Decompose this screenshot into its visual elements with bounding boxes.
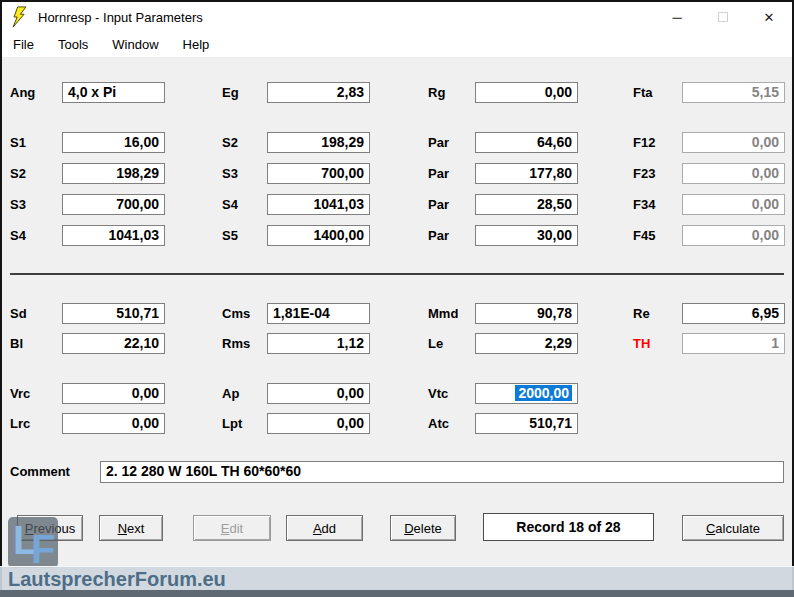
param-field-le[interactable]: 2,29 [475, 333, 578, 354]
param-field-s1[interactable]: 16,00 [62, 132, 165, 153]
param-field-s3-1[interactable]: 700,00 [62, 194, 165, 215]
window-title: Hornresp - Input Parameters [38, 10, 203, 25]
param-label-ang: Ang [10, 82, 35, 103]
param-field-ang[interactable]: 4,0 x Pi [62, 82, 165, 103]
watermark-bar: LautsprecherForum.eu [0, 566, 794, 590]
param-field-bl[interactable]: 22,10 [62, 333, 165, 354]
section-divider [10, 273, 784, 275]
param-label-s1: S1 [10, 132, 26, 153]
param-field-par-2[interactable]: 177,80 [475, 163, 578, 184]
add-button[interactable]: Add [286, 515, 363, 541]
record-counter: Record 18 of 28 [483, 513, 654, 541]
param-label-par-1: Par [428, 132, 449, 153]
menubar: File Tools Window Help [2, 32, 792, 58]
param-row: Bl 22,10 Rms 1,12 Le 2,29 TH 1 [0, 333, 794, 354]
param-field-fta: 5,15 [682, 82, 785, 103]
param-field-ap[interactable]: 0,00 [267, 383, 370, 404]
param-label-f23: F23 [633, 163, 655, 184]
param-field-rg[interactable]: 0,00 [475, 82, 578, 103]
param-label-par-3: Par [428, 194, 449, 215]
param-label-par-2: Par [428, 163, 449, 184]
param-field-mmd[interactable]: 90,78 [475, 303, 578, 324]
menu-help[interactable]: Help [183, 37, 210, 52]
param-field-s5[interactable]: 1400,00 [267, 225, 370, 246]
param-row: S2 198,29 S3 700,00 Par 177,80 F23 0,00 [0, 163, 794, 184]
param-field-eg[interactable]: 2,83 [267, 82, 370, 103]
param-row: S1 16,00 S2 198,29 Par 64,60 F12 0,00 [0, 132, 794, 153]
param-label-eg: Eg [222, 82, 239, 103]
minimize-icon: ─ [672, 10, 681, 25]
maximize-button[interactable] [700, 2, 746, 32]
menu-window[interactable]: Window [112, 37, 158, 52]
param-field-lrc[interactable]: 0,00 [62, 413, 165, 434]
param-label-rms: Rms [222, 333, 250, 354]
menu-tools[interactable]: Tools [58, 37, 88, 52]
param-label-th: TH [633, 333, 650, 354]
param-label-re: Re [633, 303, 650, 324]
param-row: Lrc 0,00 Lpt 0,00 Atc 510,71 [0, 413, 794, 434]
param-label-sd: Sd [10, 303, 27, 324]
param-label-s3-2: S3 [222, 163, 238, 184]
param-field-cms[interactable]: 1,81E-04 [267, 303, 370, 324]
param-field-s2-2[interactable]: 198,29 [267, 132, 370, 153]
param-label-fta: Fta [633, 82, 653, 103]
titlebar: Hornresp - Input Parameters ─ ✕ [2, 2, 792, 32]
param-label-s4-2: S4 [222, 194, 238, 215]
param-field-re[interactable]: 6,95 [682, 303, 785, 324]
lautsprecherforum-logo: L F [8, 517, 58, 568]
param-field-atc[interactable]: 510,71 [475, 413, 578, 434]
next-button[interactable]: Next [99, 515, 163, 541]
calculate-button[interactable]: Calculate [682, 515, 784, 541]
watermark-bottom-strip [0, 590, 794, 597]
param-field-par-4[interactable]: 30,00 [475, 225, 578, 246]
param-field-lpt[interactable]: 0,00 [267, 413, 370, 434]
param-row: Vrc 0,00 Ap 0,00 Vtc 2000,00 [0, 383, 794, 404]
param-label-vrc: Vrc [10, 383, 30, 404]
param-field-vtc[interactable]: 2000,00 [475, 383, 578, 404]
delete-button[interactable]: Delete [390, 515, 456, 541]
param-label-s4-1: S4 [10, 225, 26, 246]
param-label-lpt: Lpt [222, 413, 242, 434]
window-controls: ─ ✕ [654, 2, 792, 32]
close-icon: ✕ [764, 10, 775, 25]
comment-label: Comment [10, 461, 70, 483]
param-label-s2-1: S2 [10, 163, 26, 184]
param-label-ap: Ap [222, 383, 239, 404]
param-field-s3-2[interactable]: 700,00 [267, 163, 370, 184]
param-field-f34: 0,00 [682, 194, 785, 215]
param-field-f45: 0,00 [682, 225, 785, 246]
param-label-s5: S5 [222, 225, 238, 246]
param-label-f34: F34 [633, 194, 655, 215]
lightning-bolt-icon [11, 6, 28, 28]
param-field-s2-1[interactable]: 198,29 [62, 163, 165, 184]
param-label-vtc: Vtc [428, 383, 448, 404]
param-field-par-3[interactable]: 28,50 [475, 194, 578, 215]
selected-text: 2000,00 [515, 385, 572, 401]
param-field-s4-1[interactable]: 1041,03 [62, 225, 165, 246]
param-label-mmd: Mmd [428, 303, 458, 324]
param-label-le: Le [428, 333, 443, 354]
param-label-s3-1: S3 [10, 194, 26, 215]
menu-file[interactable]: File [13, 37, 34, 52]
param-label-par-4: Par [428, 225, 449, 246]
param-row: Ang 4,0 x Pi Eg 2,83 Rg 0,00 Fta 5,15 [0, 82, 794, 103]
param-field-par-1[interactable]: 64,60 [475, 132, 578, 153]
close-button[interactable]: ✕ [746, 2, 792, 32]
maximize-icon [718, 12, 728, 22]
param-label-rg: Rg [428, 82, 445, 103]
param-field-vrc[interactable]: 0,00 [62, 383, 165, 404]
param-label-f45: F45 [633, 225, 655, 246]
param-label-cms: Cms [222, 303, 250, 324]
minimize-button[interactable]: ─ [654, 2, 700, 32]
param-field-f23: 0,00 [682, 163, 785, 184]
param-label-s2-2: S2 [222, 132, 238, 153]
comment-field[interactable]: 2. 12 280 W 160L TH 60*60*60 [100, 461, 784, 483]
param-field-rms[interactable]: 1,12 [267, 333, 370, 354]
param-label-f12: F12 [633, 132, 655, 153]
edit-button[interactable]: Edit [193, 515, 271, 541]
watermark-text: LautsprecherForum.eu [8, 568, 226, 590]
param-field-f12: 0,00 [682, 132, 785, 153]
param-field-s4-2[interactable]: 1041,03 [267, 194, 370, 215]
hornresp-window: Hornresp - Input Parameters ─ ✕ File Too… [0, 0, 794, 597]
param-field-sd[interactable]: 510,71 [62, 303, 165, 324]
